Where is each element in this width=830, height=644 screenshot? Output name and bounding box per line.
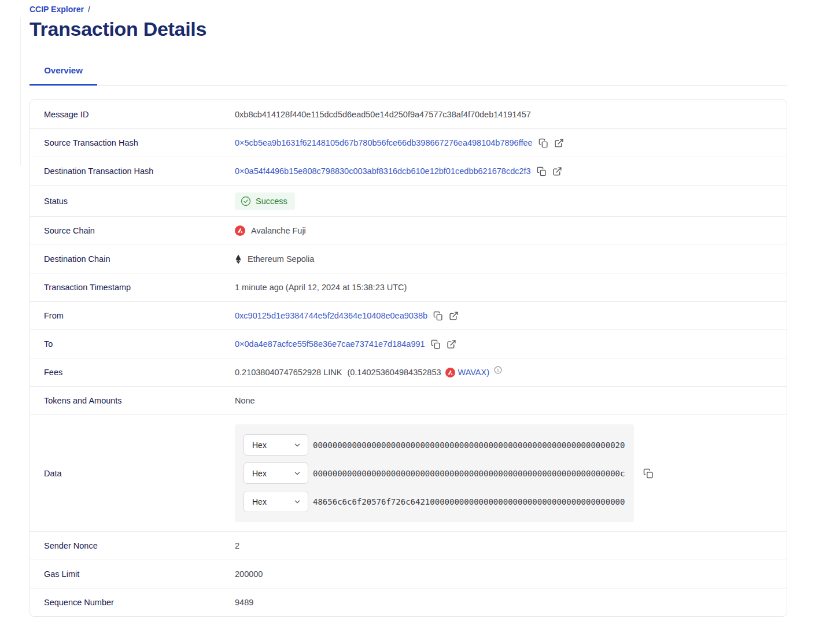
sender-nonce-label: Sender Nonce <box>44 541 235 550</box>
gas-limit-label: Gas Limit <box>44 569 235 579</box>
data-label: Data <box>44 469 235 478</box>
breadcrumb: CCIP Explorer / <box>29 5 787 14</box>
external-link-icon <box>552 166 562 176</box>
dest-chain-name: Ethereum Sepolia <box>248 254 314 264</box>
row-source-tx-hash: Source Transaction Hash 0×5cb5ea9b1631f6… <box>30 128 787 157</box>
row-timestamp: Transaction Timestamp 1 minute ago (Apri… <box>30 273 787 301</box>
status-badge-text: Success <box>256 197 287 206</box>
row-sequence-number: Sequence Number 9489 <box>30 588 787 616</box>
page-title: Transaction Details <box>29 18 787 40</box>
external-link-icon <box>447 339 456 349</box>
page-edge-artifact <box>20 17 21 165</box>
dest-tx-hash-label: Destination Transaction Hash <box>44 166 235 176</box>
breadcrumb-separator: / <box>88 5 90 14</box>
copy-icon <box>643 468 654 479</box>
copy-source-tx-hash-button[interactable] <box>538 138 548 148</box>
hex-format-select[interactable]: Hex <box>244 462 308 484</box>
dest-tx-hash-link[interactable]: 0×0a54f4496b15e808c798830c003abf8316dcb6… <box>235 166 531 176</box>
to-address-link[interactable]: 0×0da4e87acfce55f58e36e7cae73741e7d184a9… <box>235 339 425 349</box>
gas-limit-value: 200000 <box>235 569 263 579</box>
breadcrumb-link-ccip-explorer[interactable]: CCIP Explorer <box>29 5 84 14</box>
sender-nonce-value: 2 <box>235 541 239 550</box>
tokens-and-amounts-value: None <box>235 396 255 405</box>
dest-chain-value: Ethereum Sepolia <box>235 254 314 265</box>
copy-data-button[interactable] <box>643 468 654 479</box>
external-link-icon <box>449 311 459 321</box>
tab-bar: Overview <box>29 65 787 86</box>
source-tx-hash-label: Source Transaction Hash <box>44 138 235 147</box>
to-label: To <box>44 339 235 349</box>
copy-from-address-button[interactable] <box>433 311 443 321</box>
chevron-down-icon <box>293 469 301 478</box>
source-chain-label: Source Chain <box>44 226 235 235</box>
copy-icon <box>537 166 547 176</box>
fees-amount: 0.21038040747652928 LINK <box>235 368 342 377</box>
sequence-number-value: 9489 <box>235 598 253 607</box>
status-label: Status <box>44 197 235 206</box>
data-hex-line: Hex 000000000000000000000000000000000000… <box>244 462 625 484</box>
hex-data-text: 0000000000000000000000000000000000000000… <box>313 441 625 450</box>
from-address-link[interactable]: 0xc90125d1e9384744e5f2d4364e10408e0ea903… <box>235 311 427 320</box>
source-chain-value: Avalanche Fuji <box>235 225 306 236</box>
hex-format-select[interactable]: Hex <box>244 434 308 456</box>
copy-icon <box>433 311 443 321</box>
hex-format-selected-value: Hex <box>252 469 267 478</box>
row-to: To 0×0da4e87acfce55f58e36e7cae73741e7d18… <box>30 330 787 358</box>
row-dest-chain: Destination Chain Ethereum Sepolia <box>30 245 787 273</box>
row-sender-nonce: Sender Nonce 2 <box>30 531 787 560</box>
fees-info-button[interactable] <box>494 366 502 374</box>
message-id-label: Message ID <box>44 110 235 119</box>
open-to-address-button[interactable] <box>447 339 456 349</box>
source-tx-hash-link[interactable]: 0×5cb5ea9b1631f62148105d67b780b56fce66db… <box>235 138 533 147</box>
chevron-down-icon <box>293 441 301 449</box>
hex-format-selected-value: Hex <box>252 497 267 506</box>
row-tokens-and-amounts: Tokens and Amounts None <box>30 386 787 414</box>
timestamp-value: 1 minute ago (April 12, 2024 at 15:38:23… <box>235 283 407 292</box>
row-fees: Fees 0.21038040747652928 LINK (0.1402536… <box>30 358 787 386</box>
copy-to-address-button[interactable] <box>431 339 441 349</box>
check-circle-icon <box>241 196 251 206</box>
data-hex-line: Hex 48656c6c6f20576f726c6421000000000000… <box>244 491 625 512</box>
tab-overview-label: Overview <box>44 65 83 75</box>
row-from: From 0xc90125d1e9384744e5f2d4364e10408e0… <box>30 301 787 330</box>
from-label: From <box>44 311 235 320</box>
avalanche-logo-icon <box>445 368 455 377</box>
hex-format-select[interactable]: Hex <box>244 491 308 512</box>
tokens-and-amounts-label: Tokens and Amounts <box>44 396 235 405</box>
avalanche-logo-icon <box>235 225 245 236</box>
fees-token-link[interactable]: WAVAX) <box>458 368 490 377</box>
transaction-details-page: CCIP Explorer / Transaction Details Over… <box>29 5 787 617</box>
source-chain-name: Avalanche Fuji <box>251 226 306 235</box>
tab-overview[interactable]: Overview <box>29 65 97 85</box>
hex-data-text: 48656c6c6f20576f726c64210000000000000000… <box>313 497 625 506</box>
copy-icon <box>538 138 548 148</box>
fees-label: Fees <box>44 368 235 377</box>
row-gas-limit: Gas Limit 200000 <box>30 560 787 588</box>
row-dest-tx-hash: Destination Transaction Hash 0×0a54f4496… <box>30 157 787 185</box>
message-id-value: 0xb8cb414128f440e115dcd5d6ead50e14d250f9… <box>235 110 531 119</box>
row-source-chain: Source Chain Avalanche Fuji <box>30 216 787 245</box>
ethereum-logo-icon <box>235 254 242 265</box>
hex-format-selected-value: Hex <box>252 441 267 450</box>
chevron-down-icon <box>293 498 301 506</box>
data-hex-panel: Hex 000000000000000000000000000000000000… <box>235 424 634 522</box>
open-dest-tx-hash-button[interactable] <box>552 166 562 176</box>
row-status: Status Success <box>30 185 787 216</box>
status-badge: Success <box>235 193 295 210</box>
transaction-details-card: Message ID 0xb8cb414128f440e115dcd5d6ead… <box>29 99 787 617</box>
row-message-id: Message ID 0xb8cb414128f440e115dcd5d6ead… <box>30 100 787 128</box>
timestamp-label: Transaction Timestamp <box>44 283 235 292</box>
fees-converted-amount: (0.140253604984352853 <box>347 368 441 377</box>
hex-data-text: 0000000000000000000000000000000000000000… <box>313 469 625 478</box>
row-data: Data Hex 0000000000000000000000000000000… <box>30 414 787 531</box>
open-source-tx-hash-button[interactable] <box>554 138 564 148</box>
data-hex-line: Hex 000000000000000000000000000000000000… <box>244 434 625 456</box>
sequence-number-label: Sequence Number <box>44 598 235 607</box>
dest-chain-label: Destination Chain <box>44 254 235 264</box>
copy-icon <box>431 339 441 349</box>
open-from-address-button[interactable] <box>449 311 459 321</box>
external-link-icon <box>554 138 564 148</box>
info-icon <box>494 366 502 374</box>
copy-dest-tx-hash-button[interactable] <box>537 166 547 176</box>
